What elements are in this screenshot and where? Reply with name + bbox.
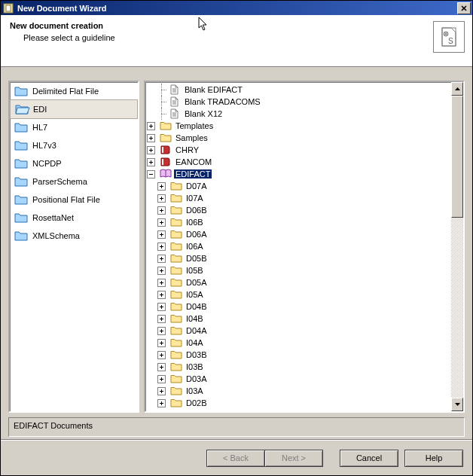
tree-item[interactable]: D05B — [147, 252, 450, 264]
tree-label: I04A — [185, 338, 205, 347]
tree-label: D06B — [185, 206, 209, 215]
tree-label: EANCOM — [174, 157, 213, 166]
tree-label: Blank X12 — [183, 109, 224, 118]
expand-icon[interactable] — [157, 351, 166, 359]
scroll-up-button[interactable] — [451, 82, 463, 96]
tree-item[interactable]: I05A — [147, 288, 450, 301]
tree-item[interactable]: CHRY — [147, 144, 450, 156]
tree-item[interactable]: D04B — [147, 301, 450, 313]
tree-item[interactable]: Samples — [147, 132, 450, 144]
tree-item[interactable]: I05B — [147, 264, 450, 276]
category-item[interactable]: Positional Flat File — [10, 191, 138, 209]
folder-icon — [15, 103, 30, 115]
tree-label: I03B — [185, 362, 205, 371]
tree-item[interactable]: D05A — [147, 276, 450, 288]
category-list[interactable]: Delimited Flat File EDI HL7 HL7v3 NCPDP … — [8, 81, 139, 413]
expand-icon[interactable] — [157, 194, 166, 203]
category-item[interactable]: EDI — [10, 99, 138, 119]
tree-item[interactable]: I07A — [147, 192, 450, 204]
category-label: XMLSchema — [32, 231, 80, 240]
expand-icon[interactable] — [157, 375, 166, 383]
scrollbar-thumb[interactable] — [451, 96, 463, 218]
scrollbar-track[interactable] — [451, 96, 463, 398]
tree-item[interactable]: I03B — [147, 361, 450, 373]
expand-icon[interactable] — [147, 146, 155, 154]
tree-label: D06A — [185, 230, 209, 239]
expand-icon[interactable] — [157, 182, 166, 191]
tree-label: Templates — [174, 121, 215, 130]
expand-icon[interactable] — [157, 291, 166, 299]
tree-line — [156, 84, 166, 96]
doc-icon — [169, 108, 181, 119]
expand-icon[interactable] — [157, 303, 166, 311]
tree-item[interactable]: I03A — [147, 385, 450, 397]
tree-item[interactable]: D02B — [147, 397, 450, 409]
guideline-tree-pane: Blank EDIFACT Blank TRADACOMS Blank X12 … — [144, 81, 465, 413]
category-item[interactable]: HL7 — [10, 118, 138, 136]
expand-icon[interactable] — [157, 206, 166, 215]
collapse-icon[interactable] — [147, 170, 155, 178]
expand-icon[interactable] — [157, 267, 166, 275]
folder-icon — [170, 325, 182, 336]
category-item[interactable]: NCPDP — [10, 154, 138, 172]
tree-label: I04B — [185, 314, 205, 323]
scroll-down-button[interactable] — [451, 398, 463, 411]
tree-item[interactable]: I06A — [147, 240, 450, 252]
expand-icon[interactable] — [147, 158, 155, 166]
folder-icon — [160, 121, 172, 131]
tree-item[interactable]: I06B — [147, 216, 450, 228]
tree-item[interactable]: Blank TRADACOMS — [147, 96, 450, 108]
doc-icon — [169, 96, 181, 107]
help-button[interactable]: Help — [404, 450, 463, 467]
expand-icon[interactable] — [157, 230, 166, 239]
tree-item[interactable]: D04A — [147, 325, 450, 337]
close-button[interactable] — [457, 2, 471, 14]
tree-item[interactable]: D03A — [147, 373, 450, 385]
expand-icon[interactable] — [157, 363, 166, 371]
tree-item[interactable]: D06A — [147, 228, 450, 240]
expand-icon[interactable] — [157, 255, 166, 263]
category-label: NCPDP — [32, 159, 62, 168]
guideline-tree[interactable]: Blank EDIFACT Blank TRADACOMS Blank X12 … — [145, 82, 451, 411]
next-button[interactable]: Next > — [264, 450, 323, 467]
tree-item[interactable]: Templates — [147, 120, 450, 132]
tree-item[interactable]: D03B — [147, 349, 450, 361]
book-icon — [160, 145, 172, 155]
expand-icon[interactable] — [157, 218, 166, 227]
category-item[interactable]: ParserSchema — [10, 172, 138, 191]
category-item[interactable]: RosettaNet — [10, 209, 138, 227]
app-icon — [2, 2, 14, 14]
tree-item[interactable]: EDIFACT — [147, 168, 450, 180]
cancel-button[interactable]: Cancel — [340, 450, 398, 467]
expand-icon[interactable] — [147, 122, 155, 130]
expand-icon[interactable] — [147, 134, 155, 142]
expand-icon[interactable] — [157, 243, 166, 251]
folder-icon — [170, 241, 182, 252]
back-button[interactable]: < Back — [206, 450, 265, 467]
expand-icon[interactable] — [157, 279, 166, 287]
tree-label: CHRY — [174, 145, 200, 154]
folder-icon — [14, 230, 29, 242]
tree-item[interactable]: I04A — [147, 337, 450, 349]
tree-item[interactable]: Blank EDIFACT — [147, 84, 450, 96]
category-item[interactable]: Delimited Flat File — [10, 82, 138, 100]
expand-icon[interactable] — [157, 339, 166, 347]
vertical-scrollbar[interactable] — [451, 82, 463, 411]
expand-icon[interactable] — [157, 387, 166, 395]
category-item[interactable]: HL7v3 — [10, 136, 138, 154]
tree-line — [156, 108, 166, 120]
expand-icon[interactable] — [157, 327, 166, 335]
tree-item[interactable]: Blank X12 — [147, 108, 450, 120]
expand-icon[interactable] — [157, 315, 166, 323]
tree-item[interactable]: EANCOM — [147, 156, 450, 168]
tree-label: D03A — [185, 374, 209, 383]
folder-icon — [170, 265, 182, 276]
openbook-icon — [160, 169, 172, 179]
category-item[interactable]: XMLSchema — [10, 227, 138, 245]
expand-icon[interactable] — [157, 399, 166, 407]
tree-item[interactable]: D06B — [147, 204, 450, 216]
tree-item[interactable]: I04B — [147, 313, 450, 325]
folder-icon — [170, 193, 182, 203]
tree-label: Samples — [174, 133, 209, 142]
tree-item[interactable]: D07A — [147, 180, 450, 192]
